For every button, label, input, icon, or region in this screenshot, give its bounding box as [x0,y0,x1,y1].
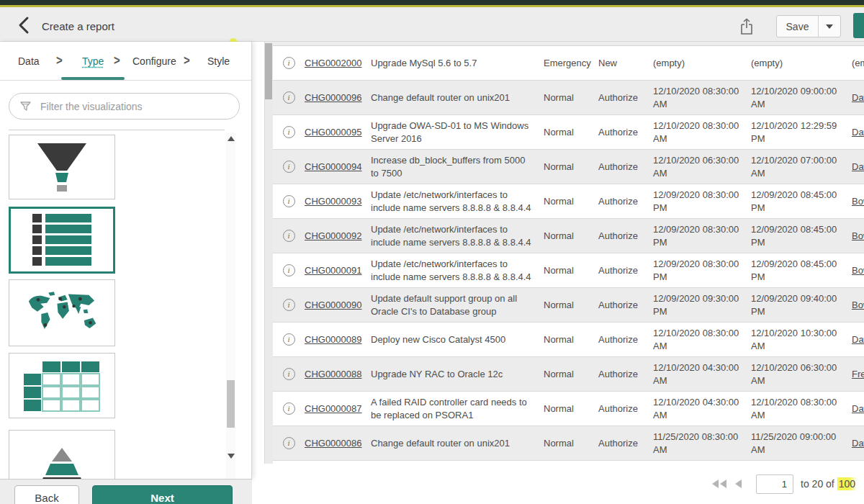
next-button[interactable]: Next [92,485,233,504]
funnel-chart-icon [19,139,105,195]
change-number-link[interactable]: CHG0000088 [305,369,362,379]
back-arrow-button[interactable] [14,16,36,35]
short-description-cell: Upgrade MySql 5.6 to 5.7 [371,57,544,70]
state-cell: Authorize [598,369,653,379]
viz-type-map[interactable] [9,279,115,346]
priority-cell: Normal [544,369,598,379]
browser-top-bar [0,0,864,5]
table-scrollbar[interactable] [264,42,273,464]
priority-cell: Normal [544,92,598,103]
change-number-link[interactable]: CHG0000096 [305,92,362,103]
info-icon[interactable]: i [283,230,295,242]
first-page-button[interactable] [712,480,726,488]
create-report-screen: Create a report Save Data > Type > Confi… [0,0,864,504]
change-number-link[interactable]: CHG0000092 [305,230,362,241]
end-date-cell: 12/10/2020 09:00:00 AM [751,85,852,110]
change-number-link[interactable]: CHG0000095 [305,127,362,138]
change-number-link[interactable]: CHG0000089 [305,334,362,345]
page-number-input[interactable] [756,474,793,494]
step-style[interactable]: Style [207,55,230,67]
assigned-to-link[interactable]: Dav [852,438,864,449]
change-number-link[interactable]: CHG0000093 [305,196,362,207]
pagination: to 20 of 100 [712,472,857,495]
assigned-to-link[interactable]: Dav [852,403,864,414]
info-icon[interactable]: i [283,126,295,138]
assigned-to-link[interactable]: Bow [852,300,864,310]
scroll-down-button[interactable] [226,451,235,461]
total-rows-label: 100 [837,477,857,490]
triangle-down-icon [228,454,235,459]
info-icon[interactable]: i [283,437,295,449]
filter-input[interactable] [40,101,229,112]
priority-cell: Emergency [544,58,598,68]
assigned-to-link[interactable]: Dav [852,92,864,103]
info-icon[interactable]: i [283,195,295,207]
start-date-cell: 12/10/2020 08:30:00 AM [653,85,751,110]
state-cell: Authorize [598,127,653,138]
state-cell: Authorize [598,438,653,449]
change-number-link[interactable]: CHG0000090 [305,300,362,310]
table-row: i CHG0000087 A failed RAID controller ca… [273,392,864,426]
info-icon[interactable]: i [283,91,295,104]
change-number-link[interactable]: CHG0000091 [305,265,362,276]
info-icon[interactable]: i [283,161,295,173]
assigned-to-link[interactable]: Dav [852,161,864,172]
priority-cell: Normal [544,230,598,241]
change-number-link[interactable]: CHG0002000 [305,58,362,68]
step-configure[interactable]: Configure [132,55,176,67]
info-icon[interactable]: i [283,368,295,380]
list-item-sliver [9,128,225,130]
info-icon[interactable]: i [283,299,295,311]
change-number-link[interactable]: CHG0000087 [305,403,362,414]
save-dropdown-button[interactable] [819,16,840,37]
table-row: i CHG0000092 Update /etc/network/interfa… [273,219,864,253]
short-description-cell: Upgrade NY RAC to Oracle 12c [371,368,544,381]
assigned-to-link[interactable]: Fre [852,369,864,379]
short-description-cell: A failed RAID controller card needs to b… [371,396,544,421]
table-row: i CHG0000093 Update /etc/network/interfa… [273,184,864,219]
change-number-link[interactable]: CHG0000086 [305,438,362,449]
report-type-panel: Data > Type > Configure > Style [0,42,252,479]
viz-type-grid[interactable] [9,353,115,418]
short-description-cell: Update /etc/network/interfaces to includ… [371,223,544,248]
change-request-table: i CHG0002000 Upgrade MySql 5.6 to 5.7 Em… [273,42,864,461]
start-date-cell: 12/09/2020 08:30:00 PM [653,258,751,283]
change-number-link[interactable]: CHG0000094 [305,161,362,172]
info-icon[interactable]: i [283,264,295,276]
table-row: i CHG0002000 Upgrade MySql 5.6 to 5.7 Em… [273,46,864,81]
start-date-cell: 12/09/2020 09:30:00 PM [653,292,751,318]
previous-page-button[interactable] [735,480,742,488]
viz-type-funnel[interactable] [9,135,115,199]
assigned-to-link[interactable]: Bow [852,196,864,207]
scroll-up-button[interactable] [226,133,235,143]
assigned-to-link[interactable]: (empty) [852,58,864,68]
info-icon[interactable]: i [283,402,295,415]
viz-type-list[interactable] [9,207,115,274]
start-date-cell: 11/25/2020 08:30:00 AM [653,431,751,456]
save-button[interactable]: Save [777,16,819,37]
end-date-cell: 12/09/2020 09:40:00 PM [751,292,852,318]
start-date-cell: (empty) [653,57,751,70]
share-button[interactable] [739,17,757,36]
assigned-to-link[interactable]: Bow [852,265,864,276]
state-cell: New [598,58,653,68]
short-description-cell: Change default router on unix201 [371,91,544,104]
back-button[interactable]: Back [14,485,79,504]
edge-primary-button[interactable] [853,13,864,38]
step-data[interactable]: Data [18,55,40,67]
triangle-left-icon [735,480,742,488]
world-map-icon [22,289,102,337]
assigned-to-link[interactable]: Bow [852,230,864,241]
viz-list-scrollbar[interactable] [226,133,235,504]
state-cell: Authorize [598,161,653,172]
info-icon[interactable]: i [283,333,295,346]
step-type[interactable]: Type [82,55,104,67]
short-description-cell: Upgrade OWA-SD-01 to MS Windows Server 2… [371,120,544,145]
wizard-footer: Back Next [0,479,252,504]
assigned-to-link[interactable]: Dav [852,127,864,138]
viz-list-scrollbar-thumb[interactable] [227,380,235,428]
wizard-steps: Data > Type > Configure > Style [0,42,251,81]
assigned-to-link[interactable]: Dav [852,334,864,345]
table-scrollbar-thumb[interactable] [265,43,272,99]
info-icon[interactable]: i [283,57,295,69]
